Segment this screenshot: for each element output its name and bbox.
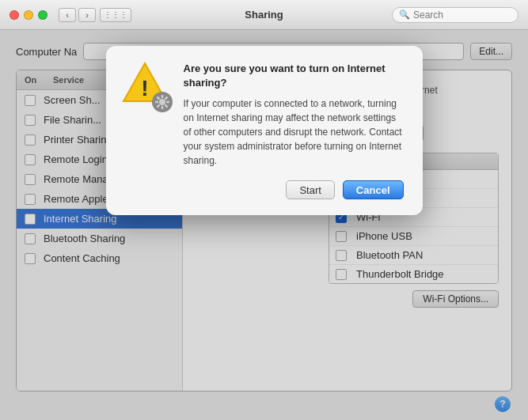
dialog-top: ! xyxy=(122,62,404,168)
search-input[interactable] xyxy=(413,9,511,21)
window-title: Sharing xyxy=(245,9,283,21)
svg-line-7 xyxy=(157,97,159,100)
dialog-text: Are you sure you want to turn on Interne… xyxy=(184,62,404,168)
dialog-title: Are you sure you want to turn on Interne… xyxy=(184,62,404,90)
dialog-cancel-button[interactable]: Cancel xyxy=(343,180,404,199)
dialog-icon: ! xyxy=(122,62,173,112)
traffic-lights xyxy=(9,10,47,20)
svg-line-8 xyxy=(165,105,167,108)
forward-button[interactable]: › xyxy=(78,8,96,22)
back-button[interactable]: ‹ xyxy=(59,8,76,22)
dialog-start-button[interactable]: Start xyxy=(286,180,334,199)
svg-text:!: ! xyxy=(141,76,148,100)
maximize-button[interactable] xyxy=(38,10,47,20)
close-button[interactable] xyxy=(9,10,19,20)
dialog-overlay: ! xyxy=(0,30,528,420)
search-box[interactable]: 🔍 xyxy=(392,7,519,23)
minimize-button[interactable] xyxy=(24,10,33,20)
svg-line-9 xyxy=(165,97,167,100)
dialog-buttons: Start Cancel xyxy=(122,180,404,199)
titlebar: ‹ › ⋮⋮⋮ Sharing 🔍 xyxy=(0,0,528,30)
search-icon: 🔍 xyxy=(399,9,410,20)
grid-button[interactable]: ⋮⋮⋮ xyxy=(100,8,131,22)
dialog: ! xyxy=(106,46,423,215)
nav-buttons: ‹ › xyxy=(59,8,96,22)
dialog-body: If your computer is connected to a netwo… xyxy=(184,96,404,168)
gear-icon xyxy=(155,95,169,109)
gear-overlay-icon xyxy=(152,92,173,112)
svg-line-10 xyxy=(157,105,159,108)
svg-point-2 xyxy=(159,99,165,105)
